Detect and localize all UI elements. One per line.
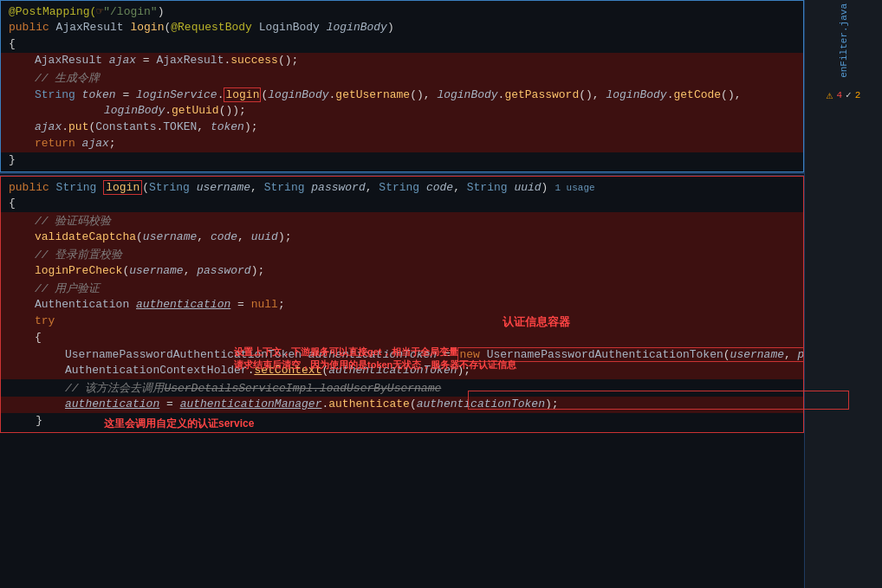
get-uuid: getUuid [172, 104, 219, 117]
type-str2: String [264, 181, 312, 194]
get-username: getUsername [335, 88, 410, 101]
p-uuid: uuid [251, 230, 278, 243]
p6: (), [721, 88, 741, 101]
p-username2: username [129, 264, 183, 277]
brace-bottom-open: { [9, 197, 16, 210]
p8: ( [88, 120, 95, 133]
code-line-token2: loginBody.getUuid()); [0, 103, 882, 120]
auth-decl-line: Authentication authentication = null; [0, 297, 882, 313]
p-username3: username [730, 348, 784, 361]
login-precheck: loginPreCheck [35, 264, 122, 277]
context-holder: AuthenticationContextHolder [65, 364, 248, 377]
token-const: TOKEN [163, 120, 197, 133]
param-password: password [311, 181, 365, 194]
validate-captcha: validateCaptcha [35, 230, 136, 243]
comment-captcha: // 验证码校验 [0, 212, 882, 229]
p-password2: password [197, 264, 250, 277]
note-container-text: 认证信息容器 [503, 315, 570, 328]
comma5: , [197, 230, 211, 243]
eq5: = [159, 397, 179, 410]
note-global: 设置上下文，下游服务可以直接get，相当于全局变量 请求结束后清空，因为使用的是… [234, 346, 516, 372]
semi1: ; [109, 137, 116, 150]
p19: ); [545, 397, 559, 410]
strikethrough-comment: UserDetailsServiceImpl.loadUserByUsernam… [164, 382, 441, 395]
eq2: = [116, 88, 136, 101]
p-auth-token2: authenticationToken [417, 397, 545, 410]
error-count: 4 [836, 90, 842, 100]
dot7: . [62, 120, 68, 133]
comment-details: // 该方法会去调用UserDetailsServiceImpl.loadUse… [0, 379, 882, 397]
kw-return: return [35, 137, 82, 150]
p-username: username [143, 230, 197, 243]
code-line-token: String token = loginService.login(loginB… [0, 87, 882, 103]
comma1: , [197, 120, 211, 133]
comment-precheck-text: // 登录前置校验 [35, 247, 122, 262]
dot5: . [667, 88, 674, 101]
dot2: . [217, 88, 224, 101]
main-content: @PostMapping(☞"/login") public AjaxResul… [0, 0, 882, 588]
code-line-brace: { [0, 36, 882, 53]
code-line-return: return ajax; [0, 136, 882, 152]
comment-user-verify-text: // 用户验证 [35, 281, 100, 296]
p5: (), [579, 88, 606, 101]
comment-token: // 生成令牌 [35, 70, 100, 86]
p12: ( [122, 264, 129, 277]
p11: ); [278, 230, 292, 243]
captcha-line: validateCaptcha(username, code, uuid); [0, 229, 882, 246]
param-code: code [426, 181, 453, 194]
ajax-put-obj: ajax [35, 120, 62, 133]
warning-icon: ⚠ [827, 88, 833, 102]
close-brace-bottom: } [9, 414, 42, 427]
auth-var-underline2: authentication [65, 397, 159, 410]
param-getuser: loginBody [268, 88, 328, 101]
comma4: , [453, 181, 467, 194]
brace-open: { [9, 37, 16, 50]
token-var: token [82, 88, 116, 101]
brace-close-top: } [9, 153, 16, 166]
param-type: LoginBody [259, 21, 327, 34]
parens: (); [278, 54, 298, 67]
sidebar-status: ⚠ 4 ✓ 2 [827, 88, 861, 102]
paren3: ( [261, 88, 268, 101]
authenticate-method: authenticate [328, 397, 410, 410]
mapping-symbol: ☞ [96, 4, 103, 18]
code-line-method: public AjaxResult login(@RequestBody Log… [0, 20, 882, 36]
dot6: . [165, 104, 172, 117]
method-login: login [130, 21, 164, 34]
mapping-path: "/login" [103, 5, 157, 18]
ajax-type: AjaxResult [35, 54, 109, 67]
checkmark-icon: ✓ [846, 89, 852, 100]
type-str3: String [379, 181, 426, 194]
comma7: , [184, 264, 198, 277]
p13: ); [251, 264, 265, 277]
param-getuuid: loginBody [104, 104, 165, 117]
kw-try: try [35, 314, 55, 327]
note-global-text: 设置上下文，下游服务可以直接get，相当于全局变量 [234, 346, 516, 359]
success-method: success [230, 54, 278, 67]
param-name: loginBody [327, 21, 387, 34]
comment-user-verify: // 用户验证 [0, 280, 882, 297]
code-line-put: ajax.put(Constants.TOKEN, token); [0, 120, 882, 136]
param-getpwd: loginBody [437, 88, 497, 101]
top-panel: @PostMapping(☞"/login") public AjaxResul… [0, 0, 882, 173]
paren2: ) [387, 21, 394, 34]
type-str1: String [149, 181, 197, 194]
get-password: getPassword [504, 88, 579, 101]
p7: ()); [219, 104, 246, 117]
comma3: , [366, 181, 379, 194]
sidebar-filename: enFilter.java [839, 3, 849, 78]
auth-manager-underline: authenticationManager [180, 397, 322, 410]
bottom-method-sig: public String login(String username, Str… [0, 179, 882, 196]
try-line: try [0, 313, 882, 330]
auth-type: Authentication [35, 298, 136, 311]
upat-class: UsernamePasswordAuthenticationToken [487, 348, 723, 361]
code-line-ajax: AjaxResult ajax = AjaxResult.success(); [0, 53, 882, 69]
comma8: , [784, 348, 798, 361]
token-var2: token [211, 120, 244, 133]
auth-var-underline: authentication [136, 298, 230, 311]
code-line: @PostMapping(☞"/login") [0, 3, 882, 20]
bottom-panel: public String login(String username, Str… [0, 176, 882, 433]
bottom-brace-open: { [0, 196, 882, 212]
comma6: , [237, 230, 251, 243]
login-method-box: login [224, 87, 261, 102]
